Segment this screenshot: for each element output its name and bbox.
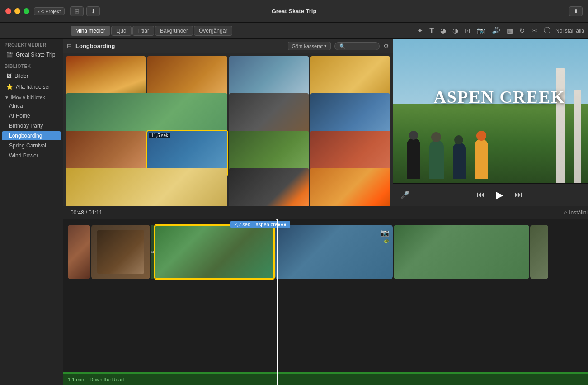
preview-controls: 🎤 ⏮ ▶ ⏭ ⤢	[393, 183, 588, 206]
africa-label: Africa	[9, 103, 23, 109]
photos-icon: 🖼	[6, 73, 12, 79]
browser-header: ⊟ Longboarding Göm kasserat ▾ ⚙	[63, 39, 393, 53]
media-browser: ⊟ Longboarding Göm kasserat ▾ ⚙	[63, 39, 393, 206]
settings-label[interactable]: ⌂ Inställningar	[564, 209, 588, 216]
film-icon: 🎬	[6, 52, 13, 58]
timeline-track-area[interactable]: 2,2 sek – aspen cre●●●	[63, 219, 588, 385]
titlebar: ‹ < Projekt ⊞ ⬇ Great Skate Trip ⬆	[0, 0, 588, 23]
sidebar-item-alla-handelser[interactable]: ⭐ Alla händelser	[2, 82, 61, 92]
text-icon[interactable]: T	[428, 26, 435, 36]
birthday-party-label: Birthday Party	[9, 123, 43, 129]
stabilize-icon[interactable]: ↻	[518, 26, 527, 36]
hide-kasserat-button[interactable]: Göm kasserat ▾	[288, 42, 331, 50]
main-layout: PROJEKTMEDIER 🎬 Great Skate Trip BIBLIOT…	[0, 39, 588, 385]
sidebar-item-spring-carnival[interactable]: Spring Carnival	[2, 141, 61, 150]
total-time: 01:11	[89, 209, 102, 216]
minimize-button[interactable]	[14, 8, 20, 14]
clip-appearance-icon[interactable]: ◕	[439, 26, 447, 36]
tab-ljud[interactable]: Ljud	[111, 26, 132, 36]
sidebar-item-project[interactable]: 🎬 Great Skate Trip	[2, 50, 61, 60]
timeline-clip[interactable]	[68, 225, 90, 279]
browser-title: Longboarding	[75, 43, 115, 49]
timeline-clip[interactable]: 📷 🐢	[275, 225, 393, 279]
bilder-label: Bilder	[14, 73, 28, 79]
back-to-project-button[interactable]: ‹ < Projekt	[34, 7, 65, 15]
chart-icon[interactable]: ▦	[505, 26, 514, 36]
timeline-time: 00:48 / 01:11	[71, 209, 102, 216]
color-balance-icon[interactable]: ◑	[451, 26, 460, 36]
skip-forward-button[interactable]: ⏭	[513, 188, 524, 201]
current-time: 00:48	[71, 209, 84, 216]
browser-settings-icon[interactable]: ⚙	[383, 43, 389, 50]
timeline-scroll-thumb	[63, 372, 588, 374]
back-label: < Projekt	[41, 9, 61, 14]
tab-titlar[interactable]: Titlar	[132, 26, 154, 36]
timeline-tracks: ⇔ 📷 🐢	[63, 219, 588, 285]
info-icon[interactable]: ⓘ	[542, 25, 552, 36]
tab-mina-medier[interactable]: Mina medier	[71, 26, 110, 36]
preview-title: ASPEN CREEK	[433, 87, 565, 107]
timeline-clip[interactable]	[394, 225, 529, 279]
sidebar-item-wind-power[interactable]: Wind Power	[2, 151, 61, 160]
preview-scene	[393, 39, 588, 183]
timeline-clip-selected[interactable]	[155, 225, 274, 279]
clip-label: 2,2 sek – aspen cre●●●	[230, 221, 290, 228]
timeline-clip[interactable]	[530, 225, 548, 279]
timeline-clip[interactable]	[91, 225, 150, 279]
video-preview: ASPEN CREEK 🎤 ⏮ ▶ ⏭ ⤢	[393, 39, 588, 206]
hide-kasserat-label: Göm kasserat	[292, 43, 323, 49]
toolbar-right: ✦ T ◕ ◑ ⊡ 📷 🔊 ▦ ↻ ✂ ⓘ Nollställ alla	[416, 25, 584, 36]
content-area: ⊟ Longboarding Göm kasserat ▾ ⚙	[63, 39, 588, 385]
magic-wand-icon[interactable]: ✦	[416, 26, 424, 36]
sidebar-item-birthday-party[interactable]: Birthday Party	[2, 121, 61, 130]
spring-carnival-label: Spring Carnival	[9, 143, 46, 149]
collapse-arrow-icon: ▼	[5, 95, 9, 100]
dropdown-arrow-icon: ▾	[324, 43, 327, 49]
timeline-header: 00:48 / 01:11 ⌂ Inställningar	[63, 206, 588, 219]
grid-view-icon[interactable]: ⊟	[67, 43, 72, 49]
skip-back-button[interactable]: ⏮	[475, 188, 487, 201]
close-button[interactable]	[5, 8, 11, 14]
tab-bakgrunder[interactable]: Bakgrunder	[155, 26, 193, 36]
sidebar-item-longboarding[interactable]: Longboarding	[2, 131, 61, 140]
project-label: Great Skate Trip	[16, 52, 55, 58]
sidebar-item-bilder[interactable]: 🖼 Bilder	[2, 71, 61, 81]
import-button[interactable]: ⬇	[86, 6, 100, 16]
view-toggle-button[interactable]: ⊞	[70, 6, 84, 16]
play-button[interactable]: ▶	[494, 187, 505, 203]
share-button[interactable]: ⬆	[569, 6, 583, 16]
thumbnail-item-large[interactable]	[66, 168, 227, 206]
longboarding-label: Longboarding	[9, 133, 42, 139]
thumbnail-grid: 11,5 sek	[63, 53, 393, 206]
search-input[interactable]	[334, 42, 380, 50]
alla-handelser-label: Alla händelser	[16, 84, 50, 90]
sidebar-item-at-home[interactable]: At Home	[2, 111, 61, 120]
sidebar-item-africa[interactable]: Africa	[2, 101, 61, 110]
playhead[interactable]	[277, 219, 278, 385]
home-icon: ⌂	[564, 209, 567, 216]
reset-button[interactable]: Nollställ alla	[555, 28, 584, 34]
camera-icon[interactable]: 📷	[475, 26, 487, 36]
tab-overganger[interactable]: Övergångar	[194, 26, 232, 36]
microphone-button[interactable]: 🎤	[400, 190, 409, 199]
volume-icon[interactable]: 🔊	[490, 26, 502, 36]
timeline-scroll-track[interactable]	[63, 372, 588, 374]
thumbnail-item[interactable]	[310, 168, 390, 206]
top-content: ⊟ Longboarding Göm kasserat ▾ ⚙	[63, 39, 588, 206]
trim-icon[interactable]: ✂	[530, 26, 539, 36]
maximize-button[interactable]	[24, 8, 29, 14]
imovie-library-label[interactable]: ▼ iMovie-bibliotek	[0, 92, 63, 101]
star-icon: ⭐	[6, 84, 13, 90]
window-title: Great Skate Trip	[272, 8, 317, 14]
thumbnail-item[interactable]	[229, 168, 309, 206]
clip-divider: ⇔	[151, 225, 154, 279]
window-controls	[0, 8, 29, 14]
timeline-main-track: ⇔ 📷 🐢	[63, 223, 588, 281]
bottom-status-bar: 1,1 min – Down the Road	[63, 374, 588, 385]
crop-icon[interactable]: ⊡	[463, 26, 472, 36]
media-tabs: Mina medier Ljud Titlar Bakgrunder Överg…	[71, 26, 232, 36]
bibliotek-label: BIBLIOTEK	[0, 60, 63, 71]
chevron-left-icon: ‹	[38, 9, 40, 14]
settings-text: Inställningar	[569, 209, 588, 216]
preview-canvas: ASPEN CREEK	[393, 39, 588, 183]
